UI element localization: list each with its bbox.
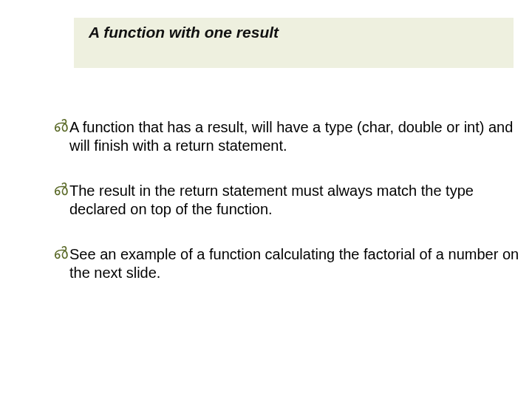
slide-content: ൴ A function that has a result, will hav… <box>53 118 526 309</box>
title-band: A function with one result <box>74 18 514 68</box>
slide: A function with one result ൴ A function … <box>0 0 532 399</box>
bullet-text: A function that has a result, will have … <box>69 118 526 155</box>
bullet-item: ൴ The result in the return statement mus… <box>53 182 526 219</box>
slide-title: A function with one result <box>89 24 279 41</box>
bullet-item: ൴ See an example of a function calculati… <box>53 245 526 282</box>
bullet-text: The result in the return statement must … <box>69 182 526 219</box>
bullet-item: ൴ A function that has a result, will hav… <box>53 118 526 155</box>
bullet-marker-icon: ൴ <box>53 245 69 262</box>
bullet-marker-icon: ൴ <box>53 181 69 199</box>
bullet-marker-icon: ൴ <box>53 117 69 135</box>
bullet-text: See an example of a function calculating… <box>69 245 526 282</box>
